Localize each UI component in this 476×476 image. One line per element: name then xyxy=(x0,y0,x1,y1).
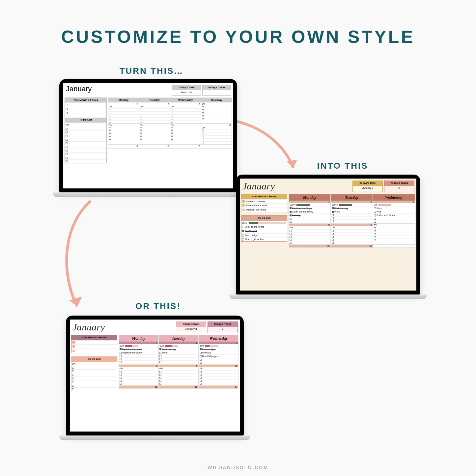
todays-tasks-value: 2 xyxy=(208,327,238,332)
focus-label: This Month's Focus xyxy=(71,335,117,340)
task-row: Clean out the pantry xyxy=(289,210,330,213)
label-or-this: OR THIS! xyxy=(109,301,208,311)
month-title: January xyxy=(70,320,136,333)
todays-tasks-value: 2 xyxy=(384,186,414,191)
task-row: Coffee with Sarah xyxy=(373,213,415,217)
day-header: Tuesday xyxy=(331,194,373,201)
focus-item: Declutter the house xyxy=(246,209,266,211)
task-row: Declutter the house xyxy=(119,348,158,351)
checkbox-icon[interactable] xyxy=(120,352,122,354)
label-turn-this: TURN THIS… xyxy=(86,66,217,76)
day-header: Tuesday xyxy=(159,335,198,342)
task-row: Read 50 pages xyxy=(199,354,238,358)
task-row: Declutter the fridge xyxy=(289,207,330,210)
task-row: Work xyxy=(331,210,373,213)
task-row: Walk the dog xyxy=(331,207,373,210)
month-title: January xyxy=(240,179,306,192)
laptop-or-this: January Today's Date January 3 Today's T… xyxy=(66,316,244,440)
task-row: Class at 7pm xyxy=(199,348,238,351)
day-header: Monday xyxy=(119,335,158,342)
todays-tasks-label: Today's Tasks xyxy=(208,322,238,327)
todays-date-value: January 3 xyxy=(353,186,382,191)
checkbox-icon[interactable] xyxy=(200,352,202,354)
day-header: Wednesday xyxy=(199,335,238,342)
arrow-or-this xyxy=(51,198,124,320)
task-row: Hike xyxy=(373,210,415,213)
checkbox-icon[interactable] xyxy=(374,214,376,216)
todays-date-value: January 3 xyxy=(176,327,206,332)
todo-label: To Do List xyxy=(65,118,106,123)
checkbox-icon[interactable] xyxy=(159,348,161,350)
focus-item: Workout 3x a week xyxy=(246,200,266,203)
task-row: Organize the pantry xyxy=(119,351,158,354)
calendar-grid: Monday10% Tuesday20% Wednesday30% Thursd… xyxy=(108,98,232,163)
checkbox-icon[interactable] xyxy=(332,207,334,209)
todo-pct: 0% xyxy=(72,363,75,365)
task-row: Workout xyxy=(199,351,238,354)
focus-item: Read a book a week xyxy=(246,204,267,207)
todays-tasks-label: Today's Tasks xyxy=(384,181,414,186)
checkbox-icon[interactable] xyxy=(290,211,292,213)
checkbox-icon[interactable] xyxy=(242,230,244,232)
todays-date-label: Today's Date xyxy=(176,322,206,327)
task-row: Walk the dog xyxy=(159,348,198,351)
focus-panel: This Month's Focus 1Workout 3x a week 2R… xyxy=(241,194,287,248)
focus-panel: This Month's Focus 1 2 3 To Do List 0% xyxy=(71,335,117,391)
checkbox-icon[interactable] xyxy=(242,235,244,237)
day-header: Thursday xyxy=(201,98,232,103)
checkbox-icon[interactable] xyxy=(374,211,376,213)
focus-label: This Month's Focus xyxy=(65,98,106,103)
laptop-into-this: January Today's Date January 3 Today's T… xyxy=(236,175,420,299)
checkbox-icon[interactable] xyxy=(290,214,292,216)
day-header: Tuesday xyxy=(139,98,170,103)
checkbox-icon[interactable] xyxy=(242,238,244,240)
day-header: Monday xyxy=(108,98,139,103)
calendar-grid: Monday1100%Declutter the fridgeClean out… xyxy=(289,194,415,248)
day-header: Wednesday xyxy=(373,194,415,201)
calendar-grid: Monday150%Declutter the houseOrganize th… xyxy=(119,335,238,391)
month-title: January xyxy=(63,83,129,96)
checkbox-icon[interactable] xyxy=(200,355,202,357)
todays-date-value: March 26 xyxy=(172,90,201,95)
todo-label: To Do List xyxy=(71,357,117,362)
laptop-before: January Today's Date March 26 Today's Ta… xyxy=(59,79,237,197)
todays-tasks-value xyxy=(203,90,231,92)
main-title: CUSTOMIZE TO YOUR OWN STYLE xyxy=(0,0,476,47)
checkbox-icon[interactable] xyxy=(290,207,292,209)
day-header: Wednesday xyxy=(170,98,201,103)
todo-pct: 0% xyxy=(66,124,69,126)
todays-tasks-label: Today's Tasks xyxy=(203,85,231,90)
day-header: Monday xyxy=(289,194,330,201)
focus-panel: This Month's Focus 1 2 3 To Do List 0% xyxy=(65,98,107,163)
checkbox-icon[interactable] xyxy=(374,207,376,209)
todo-pct: 25% xyxy=(242,222,247,224)
task-row: Laundry xyxy=(289,213,330,217)
checkbox-icon[interactable] xyxy=(242,226,244,228)
footer-credit: WILDANDSOLO.COM xyxy=(0,465,476,470)
svg-marker-1 xyxy=(69,296,82,306)
checkbox-icon[interactable] xyxy=(159,352,161,354)
checkbox-icon[interactable] xyxy=(200,348,202,350)
checkbox-icon[interactable] xyxy=(332,211,334,213)
todays-date-label: Today's Date xyxy=(353,181,382,186)
focus-label: This Month's Focus xyxy=(241,194,287,199)
todo-label: To Do List xyxy=(241,216,287,221)
task-row: Work xyxy=(159,351,198,354)
task-row: Work xyxy=(373,207,415,210)
checkbox-icon[interactable] xyxy=(120,348,122,350)
todays-date-label: Today's Date xyxy=(172,85,201,90)
